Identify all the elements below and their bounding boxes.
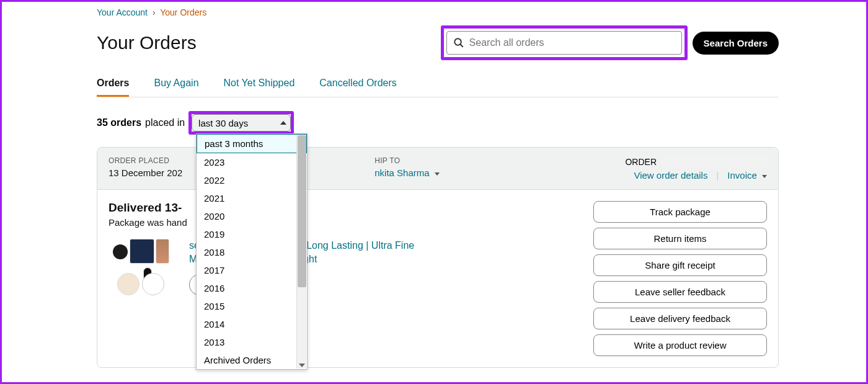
dropdown-option[interactable]: 2021: [197, 189, 307, 207]
dropdown-option[interactable]: 2014: [197, 315, 307, 333]
dropdown-option[interactable]: Archived Orders: [197, 351, 307, 369]
order-id-blurred: [662, 156, 767, 167]
scroll-down-icon: [299, 364, 305, 367]
leave-delivery-feedback-button[interactable]: Leave delivery feedback: [593, 308, 767, 329]
view-order-details-link[interactable]: View order details: [634, 170, 707, 181]
ship-to-name: nkita Sharma: [374, 167, 429, 178]
chevron-down-icon: [435, 172, 440, 176]
thumb-icon: [130, 239, 154, 264]
date-range-dropdown: past 3 months 2023 2022 2021 2020 2019 2…: [196, 133, 308, 370]
dropdown-option[interactable]: 2023: [197, 153, 307, 171]
dropdown-scrollbar[interactable]: [296, 135, 306, 368]
return-items-button[interactable]: Return items: [593, 228, 767, 249]
placed-in-text: placed in: [145, 117, 185, 128]
search-orders-button[interactable]: Search Orders: [693, 32, 779, 55]
breadcrumb-sep: ›: [153, 7, 156, 17]
leave-seller-feedback-button[interactable]: Leave seller feedback: [593, 281, 767, 303]
tab-not-yet-shipped[interactable]: Not Yet Shipped: [224, 78, 295, 97]
ship-to-label: HIP TO: [374, 156, 440, 165]
dropdown-option[interactable]: 2019: [197, 225, 307, 243]
delivered-subtitle: Package was hand: [108, 217, 581, 228]
dropdown-option[interactable]: 2017: [197, 261, 307, 279]
dropdown-option[interactable]: 2015: [197, 297, 307, 315]
breadcrumb-your-orders: Your Orders: [160, 7, 206, 17]
thumb-icon: [142, 273, 164, 295]
search-input[interactable]: [469, 37, 675, 48]
order-actions: Track package Return items Share gift re…: [593, 201, 767, 356]
dropdown-option[interactable]: 2016: [197, 279, 307, 297]
date-range-select[interactable]: last 30 days: [192, 114, 291, 132]
order-placed-value: 13 December 202: [108, 167, 182, 178]
thumb-icon: [156, 239, 169, 264]
chevron-up-icon: [280, 121, 286, 125]
write-product-review-button[interactable]: Write a product review: [593, 334, 767, 356]
breadcrumb: Your Account › Your Orders: [97, 6, 779, 19]
product-thumbnails[interactable]: [108, 239, 177, 301]
page-title: Your Orders: [97, 32, 197, 53]
tabs: Orders Buy Again Not Yet Shipped Cancell…: [97, 78, 779, 97]
tab-buy-again[interactable]: Buy Again: [154, 78, 198, 97]
search-highlight: [441, 25, 688, 60]
dropdown-option[interactable]: 2018: [197, 243, 307, 261]
dropdown-option[interactable]: 2013: [197, 333, 307, 351]
link-divider: |: [716, 170, 719, 181]
thumb-icon: [117, 273, 140, 295]
chevron-down-icon: [762, 175, 767, 178]
invoice-link[interactable]: Invoice: [727, 170, 767, 181]
delivered-title: Delivered 13-: [108, 201, 581, 215]
dropdown-option[interactable]: past 3 months: [197, 134, 307, 153]
filter-row: 35 orders placed in last 30 days past 3 …: [97, 111, 779, 135]
svg-line-1: [460, 44, 463, 47]
svg-point-0: [454, 38, 461, 45]
ship-to-value[interactable]: nkita Sharma: [374, 167, 440, 178]
scrollbar-thumb[interactable]: [298, 135, 306, 287]
track-package-button[interactable]: Track package: [593, 201, 767, 223]
breadcrumb-your-account[interactable]: Your Account: [97, 7, 148, 17]
order-id-label: ORDER: [625, 157, 657, 167]
search-box[interactable]: [446, 31, 682, 55]
tab-orders[interactable]: Orders: [97, 78, 129, 97]
search-icon: [453, 37, 464, 48]
invoice-text: Invoice: [727, 170, 757, 181]
date-select-highlight: last 30 days: [188, 111, 294, 135]
date-range-selected: last 30 days: [198, 118, 248, 128]
tab-cancelled-orders[interactable]: Cancelled Orders: [319, 78, 397, 97]
dropdown-option[interactable]: 2022: [197, 171, 307, 189]
dropdown-option[interactable]: 2020: [197, 207, 307, 225]
order-placed-label: ORDER PLACED: [108, 156, 182, 165]
share-gift-receipt-button[interactable]: Share gift receipt: [593, 254, 767, 276]
order-count: 35 orders: [97, 117, 141, 128]
